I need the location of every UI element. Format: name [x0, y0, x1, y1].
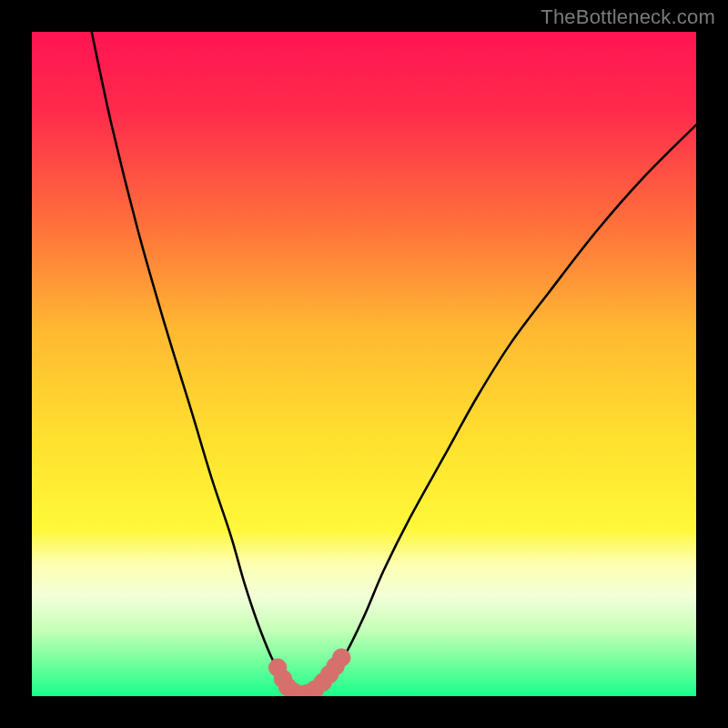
chart-stage: TheBottleneck.com — [0, 0, 728, 728]
plot-area — [32, 32, 696, 696]
svg-rect-0 — [32, 32, 696, 696]
background-gradient — [32, 32, 696, 696]
watermark-label: TheBottleneck.com — [541, 5, 715, 29]
